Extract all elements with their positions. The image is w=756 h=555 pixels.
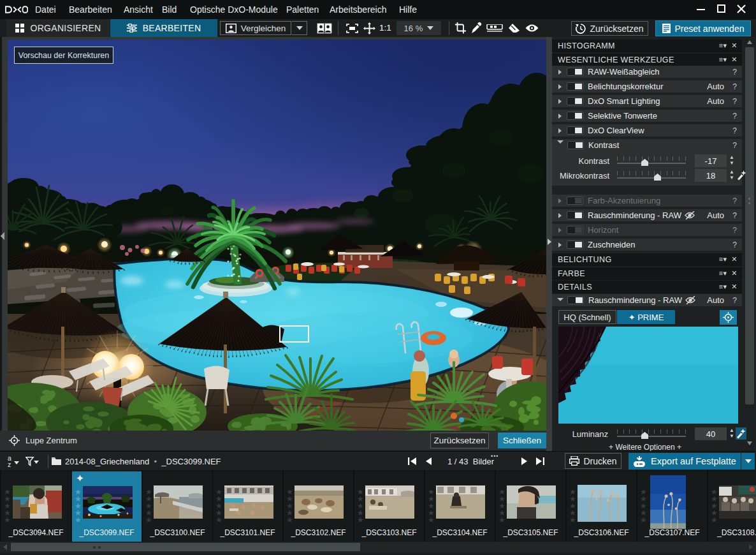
svg-text:z: z	[8, 461, 11, 468]
